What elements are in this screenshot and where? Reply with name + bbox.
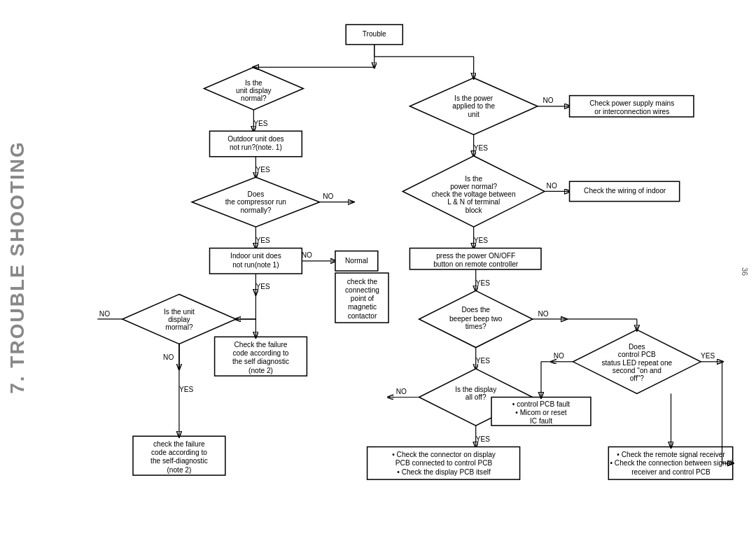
svg-text:check the voltage between: check the voltage between — [432, 190, 516, 198]
svg-text:• Check the display PCB itself: • Check the display PCB itself — [397, 468, 491, 476]
svg-text:power normal?: power normal? — [450, 183, 497, 190]
svg-text:Outdoor unit does: Outdoor unit does — [227, 135, 284, 143]
svg-text:mormal?: mormal? — [165, 323, 193, 331]
svg-text:connecting: connecting — [345, 286, 379, 294]
svg-text:unit: unit — [468, 111, 480, 118]
svg-text:Does: Does — [629, 343, 645, 351]
svg-text:NO: NO — [302, 251, 312, 259]
svg-text:YES: YES — [701, 352, 715, 360]
svg-text:YES: YES — [255, 283, 270, 290]
svg-text:check the: check the — [347, 278, 378, 286]
title-text: 7. TROUBLE SHOOTING — [6, 141, 29, 394]
svg-text:times?: times? — [465, 323, 486, 330]
svg-text:Does the: Does the — [461, 306, 490, 314]
page-container: 7. TROUBLE SHOOTING 36 Trouble Is the un… — [0, 0, 756, 534]
svg-text:off"?: off"? — [630, 374, 645, 382]
svg-text:NO: NO — [538, 310, 548, 318]
svg-text:NO: NO — [554, 352, 564, 360]
svg-text:YES: YES — [255, 166, 270, 174]
svg-text:NO: NO — [163, 353, 174, 361]
svg-text:YES: YES — [179, 386, 194, 393]
svg-text:Does: Does — [248, 190, 265, 198]
svg-text:• Check the connector on displ: • Check the connector on display — [392, 451, 496, 458]
svg-text:NO: NO — [99, 310, 110, 318]
svg-text:magnetic: magnetic — [348, 303, 377, 311]
svg-text:NO: NO — [547, 182, 557, 190]
svg-text:receiver and control PCB: receiver and control PCB — [631, 468, 710, 476]
svg-text:Is the power: Is the power — [454, 94, 493, 102]
svg-text:• Check the remote signal rece: • Check the remote signal receiver — [617, 451, 725, 458]
svg-text:(note 2): (note 2) — [167, 466, 191, 474]
svg-text:NO: NO — [323, 192, 333, 200]
svg-text:Check power supply mains: Check power supply mains — [589, 99, 674, 107]
svg-text:unit display: unit display — [236, 87, 272, 94]
svg-text:Normal: Normal — [345, 257, 368, 265]
svg-text:NO: NO — [396, 388, 407, 395]
svg-text:beeper beep two: beeper beep two — [449, 315, 503, 323]
svg-text:normally?: normally? — [240, 206, 271, 214]
svg-text:Is the unit: Is the unit — [164, 308, 195, 316]
svg-text:• Micom or reset: • Micom or reset — [515, 409, 566, 416]
svg-text:or interconnection wires: or interconnection wires — [594, 108, 669, 115]
svg-text:second "on and: second "on and — [612, 367, 662, 374]
svg-text:• Check the connection between: • Check the connection between signal — [610, 459, 732, 467]
svg-text:display: display — [168, 316, 190, 323]
svg-text:control PCB: control PCB — [618, 351, 656, 358]
svg-text:status LED repeat one: status LED repeat one — [601, 359, 672, 367]
svg-text:YES: YES — [474, 237, 489, 244]
svg-text:the self diagnostic: the self diagnostic — [232, 358, 289, 365]
svg-text:NO: NO — [543, 97, 554, 104]
svg-text:Is the: Is the — [245, 79, 262, 87]
vertical-title: 7. TROUBLE SHOOTING — [0, 0, 35, 534]
svg-text:YES: YES — [253, 120, 268, 127]
svg-text:check the failure: check the failure — [153, 440, 205, 448]
svg-text:point of: point of — [351, 295, 374, 302]
svg-text:code according to: code according to — [151, 449, 207, 456]
svg-text:not run?(note. 1): not run?(note. 1) — [230, 143, 282, 151]
svg-text:YES: YES — [474, 144, 489, 152]
svg-text:Is the: Is the — [465, 175, 482, 183]
flowchart-area: Trouble Is the unit display normal? YES … — [31, 14, 746, 525]
svg-text:YES: YES — [255, 237, 270, 244]
svg-text:applied to the: applied to the — [452, 102, 495, 110]
svg-text:code according to: code according to — [233, 349, 289, 357]
svg-text:Is the display: Is the display — [455, 386, 497, 393]
svg-text:block: block — [465, 206, 483, 214]
svg-text:button on remote controller: button on remote controller — [433, 260, 519, 268]
svg-text:Check the failure: Check the failure — [234, 341, 288, 349]
svg-text:YES: YES — [476, 279, 491, 287]
svg-text:YES: YES — [476, 357, 491, 365]
svg-text:L & N of terminal: L & N of terminal — [447, 198, 500, 206]
svg-text:• control PCB fault: • control PCB fault — [512, 400, 570, 408]
svg-text:YES: YES — [476, 435, 491, 443]
svg-text:(note 2): (note 2) — [248, 367, 273, 374]
svg-text:not run(note 1): not run(note 1) — [232, 261, 279, 269]
svg-text:IC fault: IC fault — [530, 417, 552, 425]
svg-text:PCB connected to control PCB: PCB connected to control PCB — [396, 459, 493, 467]
svg-text:normal?: normal? — [241, 94, 267, 102]
svg-text:Indoor unit does: Indoor unit does — [230, 252, 281, 260]
svg-text:Check the wiring of indoor: Check the wiring of indoor — [584, 187, 666, 195]
svg-text:the self-diagnostic: the self-diagnostic — [150, 457, 208, 465]
svg-text:press the power ON/OFF: press the power ON/OFF — [436, 252, 515, 260]
svg-text:the compressor run: the compressor run — [225, 198, 286, 206]
svg-text:all off?: all off? — [465, 393, 486, 401]
svg-text:contactor: contactor — [348, 312, 377, 320]
svg-text:Trouble: Trouble — [363, 30, 386, 38]
